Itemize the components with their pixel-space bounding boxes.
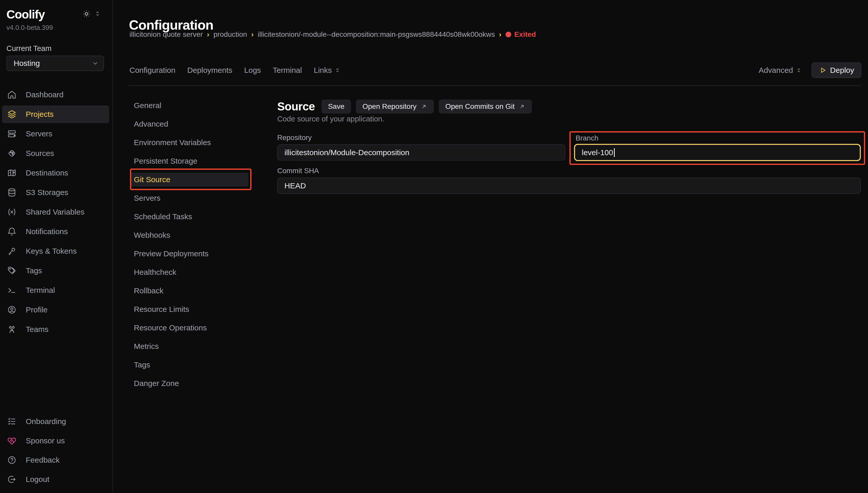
- annotation-highlight-branch: [569, 131, 865, 165]
- open-repository-button[interactable]: Open Repository: [356, 100, 434, 113]
- configuration-subnav: General Advanced Environment Variables P…: [130, 96, 254, 393]
- breadcrumb-separator-icon: ›: [499, 30, 502, 39]
- sidebar-item-destinations[interactable]: Destinations: [0, 163, 112, 183]
- sidebar-item-shared-variables[interactable]: Shared Variables: [0, 202, 112, 222]
- subnav-item-general[interactable]: General: [130, 96, 254, 115]
- commit-sha-label: Commit SHA: [277, 167, 319, 175]
- repository-input[interactable]: illicitestonion/Module-Decomposition: [277, 144, 565, 160]
- map-icon: [7, 168, 17, 177]
- subnav-item-tags[interactable]: Tags: [130, 356, 254, 374]
- current-team-label: Current Team: [6, 44, 51, 53]
- status-dot-icon: [506, 31, 511, 37]
- subnav-item-danger-zone[interactable]: Danger Zone: [130, 374, 254, 393]
- advanced-menu-button[interactable]: Advanced: [759, 66, 802, 74]
- tab-deployments[interactable]: Deployments: [187, 66, 232, 74]
- app-version: v4.0.0-beta.399: [6, 24, 53, 31]
- breadcrumb-separator-icon: ›: [251, 30, 254, 39]
- sidebar-item-s3-storages[interactable]: S3 Storages: [0, 183, 112, 202]
- subnav-item-metrics[interactable]: Metrics: [130, 337, 254, 356]
- save-button[interactable]: Save: [321, 100, 351, 113]
- subnav-item-preview-deployments[interactable]: Preview Deployments: [130, 244, 254, 263]
- main-content: Configuration illicitonion quote server …: [112, 0, 868, 493]
- header-actions: Advanced Deploy: [759, 63, 861, 78]
- chevron-down-icon: [92, 60, 99, 67]
- sidebar-item-feedback[interactable]: Feedback: [0, 450, 112, 470]
- source-section-header: Source Save Open Repository Open Commits…: [277, 100, 537, 113]
- sidebar-item-notifications[interactable]: Notifications: [0, 222, 112, 241]
- server-icon: [7, 129, 17, 138]
- repository-label: Repository: [277, 133, 312, 142]
- tab-configuration[interactable]: Configuration: [129, 66, 175, 74]
- variable-icon: [7, 207, 17, 217]
- subnav-item-git-source[interactable]: Git Source: [130, 170, 254, 189]
- subnav-item-servers[interactable]: Servers: [130, 189, 254, 207]
- git-icon: [7, 149, 17, 158]
- team-select[interactable]: Hosting: [6, 56, 104, 71]
- arrow-up-right-icon: [519, 103, 525, 110]
- subnav-item-resource-limits[interactable]: Resource Limits: [130, 300, 254, 319]
- arrow-up-right-icon: [421, 103, 427, 110]
- key-icon: [7, 246, 17, 256]
- sidebar-item-keys-tokens[interactable]: Keys & Tokens: [0, 241, 112, 261]
- theme-toggle-button[interactable]: [82, 9, 91, 19]
- tab-terminal[interactable]: Terminal: [273, 66, 302, 74]
- logout-icon: [7, 475, 17, 484]
- sidebar-collapse-button[interactable]: [94, 10, 101, 17]
- sidebar: Coolify v4.0.0-beta.399 Current Team Hos…: [0, 0, 113, 493]
- open-commits-button[interactable]: Open Commits on Git: [439, 100, 532, 113]
- app-logo: Coolify: [6, 7, 45, 22]
- subnav-item-rollback[interactable]: Rollback: [130, 281, 254, 300]
- bell-icon: [7, 227, 17, 236]
- breadcrumb-separator-icon: ›: [207, 30, 209, 39]
- sidebar-item-teams[interactable]: Teams: [0, 320, 112, 339]
- team-select-value: Hosting: [14, 59, 40, 68]
- breadcrumb: illicitonion quote server › production ›…: [129, 30, 536, 39]
- status-text: Exited: [514, 30, 536, 39]
- home-icon: [7, 90, 17, 99]
- sidebar-item-sources[interactable]: Sources: [0, 144, 112, 163]
- breadcrumb-environment[interactable]: production: [213, 30, 247, 39]
- subnav-item-webhooks[interactable]: Webhooks: [130, 226, 254, 244]
- chevrons-up-down-icon: [796, 67, 802, 73]
- sidebar-footer-menu: Onboarding Sponsor us Feedback Logout: [0, 412, 112, 489]
- subnav-item-resource-operations[interactable]: Resource Operations: [130, 319, 254, 337]
- divider: [129, 85, 861, 86]
- deploy-button[interactable]: Deploy: [812, 63, 861, 78]
- subnav-item-environment-variables[interactable]: Environment Variables: [130, 133, 254, 152]
- database-icon: [7, 188, 17, 197]
- tab-links[interactable]: Links: [314, 66, 341, 74]
- sidebar-item-profile[interactable]: Profile: [0, 300, 112, 320]
- subnav-item-healthcheck[interactable]: Healthcheck: [130, 263, 254, 281]
- sidebar-item-sponsor-us[interactable]: Sponsor us: [0, 431, 112, 450]
- chevrons-up-down-icon: [94, 10, 101, 17]
- source-heading: Source: [277, 100, 315, 113]
- user-circle-icon: [7, 305, 17, 315]
- tabs: Configuration Deployments Logs Terminal …: [129, 63, 341, 78]
- sidebar-item-onboarding[interactable]: Onboarding: [0, 412, 112, 431]
- sidebar-item-logout[interactable]: Logout: [0, 470, 112, 489]
- sun-icon: [82, 9, 91, 19]
- sidebar-item-dashboard[interactable]: Dashboard: [0, 85, 112, 105]
- commit-sha-input[interactable]: HEAD: [277, 177, 861, 194]
- chevrons-up-down-icon: [334, 67, 341, 73]
- breadcrumb-project[interactable]: illicitonion quote server: [129, 30, 203, 39]
- subnav-item-persistent-storage[interactable]: Persistent Storage: [130, 152, 254, 170]
- sidebar-item-servers[interactable]: Servers: [0, 124, 112, 144]
- tab-logs[interactable]: Logs: [244, 66, 261, 74]
- sidebar-item-terminal[interactable]: Terminal: [0, 280, 112, 300]
- subnav-item-scheduled-tasks[interactable]: Scheduled Tasks: [130, 207, 254, 226]
- sidebar-menu: Dashboard Projects Servers Sources Desti…: [0, 85, 112, 339]
- users-icon: [7, 325, 17, 334]
- source-description: Code source of your application.: [277, 115, 384, 123]
- breadcrumb-application[interactable]: illicitestonion/-module--decomposition:m…: [258, 30, 495, 39]
- annotation-highlight-git-source: [130, 169, 252, 190]
- sidebar-item-tags[interactable]: Tags: [0, 261, 112, 280]
- help-circle-icon: [7, 455, 17, 465]
- subnav-item-advanced[interactable]: Advanced: [130, 115, 254, 133]
- sidebar-item-projects[interactable]: Projects: [0, 105, 112, 124]
- checklist-icon: [7, 417, 17, 426]
- layers-icon: [7, 110, 17, 119]
- status-badge: Exited: [506, 30, 536, 39]
- heart-handshake-icon: [7, 436, 17, 445]
- terminal-icon: [7, 286, 17, 295]
